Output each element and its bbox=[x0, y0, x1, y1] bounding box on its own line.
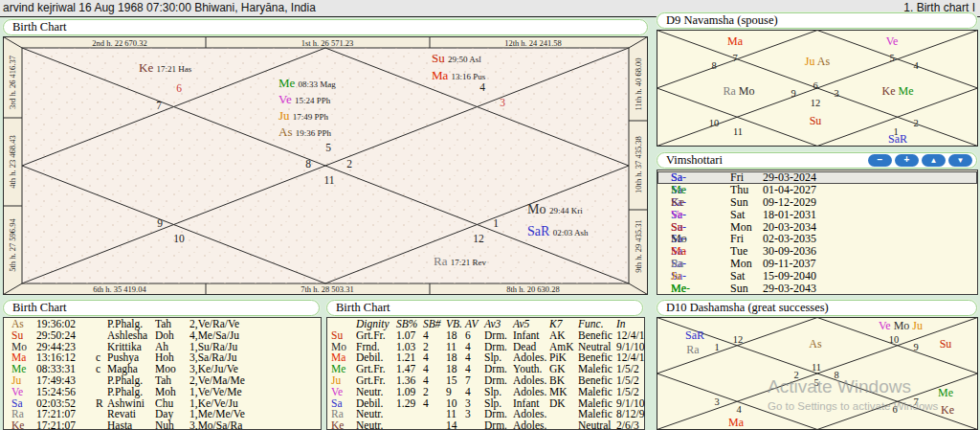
house-number: 4 bbox=[736, 404, 742, 415]
dasha-row[interactable]: Me-MeSun29-03-2043 bbox=[657, 283, 977, 295]
birth-chart-title: Birth Chart bbox=[3, 19, 648, 35]
dasha-date: 18-01-2031 bbox=[763, 209, 816, 221]
dasha-row[interactable]: Sa-RaMon09-11-2037 bbox=[657, 258, 977, 270]
planet-label: Ju As bbox=[805, 55, 831, 68]
vimshottari-dasha-table[interactable]: Sa-SaFri29-03-2024Sa-MeThu01-04-2027Sa-K… bbox=[657, 170, 978, 295]
planet-row: Su29:50:24AshleshaDoh4,Me/Sa/Ju bbox=[4, 330, 321, 342]
dignity: Grt.Fr. bbox=[356, 375, 386, 387]
longitude: 17:21:07 bbox=[36, 420, 76, 430]
cusp-label: 8th h. 20 630.28 bbox=[506, 284, 560, 294]
dasha-date: 01-04-2027 bbox=[763, 184, 816, 196]
av3: Slp. bbox=[484, 387, 501, 398]
in: 1/5/2 bbox=[616, 387, 639, 398]
house-number: 8 bbox=[711, 60, 716, 71]
nakshatra: Hasta bbox=[107, 420, 132, 430]
house-lords: 4,Me/Sa/Ju bbox=[189, 330, 239, 342]
planet-code: Ke bbox=[331, 420, 344, 430]
cusp-label: 11th h. 40 68.00 bbox=[634, 57, 643, 110]
planet-label: Ke bbox=[941, 403, 954, 417]
cusp-label: 9th h. 29 435.31 bbox=[634, 219, 643, 273]
house-number: 8 bbox=[834, 370, 838, 380]
av5: Adoles. bbox=[513, 387, 546, 398]
dasha-row[interactable]: Sa-MeThu01-04-2027 bbox=[657, 184, 977, 196]
house-number: 2 bbox=[793, 370, 798, 380]
planet-label: Ke Me bbox=[882, 84, 914, 98]
dasha-row[interactable]: Sa-SuMon20-03-2034 bbox=[657, 221, 977, 234]
house-lords: 2,Ve/Ma/Me bbox=[189, 375, 245, 387]
functional-nature: Malefic bbox=[578, 387, 612, 398]
k7: DK bbox=[549, 398, 566, 410]
dignity: Grt.Fr. bbox=[356, 330, 386, 342]
planet-label: SaR bbox=[685, 328, 704, 342]
cusp-label: 12th h. 24 241.58 bbox=[504, 38, 562, 48]
house-number: 10 bbox=[709, 118, 720, 128]
vb: 15 bbox=[446, 375, 457, 387]
sb-pct: 1.36 bbox=[396, 375, 415, 387]
dasha-row[interactable]: Sa-JuSat15-09-2040 bbox=[657, 270, 977, 283]
cusp-label: 1st h. 26 571.23 bbox=[301, 38, 354, 48]
birth-chart-north-indian[interactable]: 2nd h. 22 670.321st h. 26 571.2312th h. … bbox=[3, 36, 648, 295]
house-number: 10 bbox=[889, 334, 900, 345]
dasha-date: 29-03-2043 bbox=[763, 283, 816, 295]
planet-code: Ju bbox=[11, 375, 21, 387]
house-number: 12 bbox=[733, 334, 744, 345]
d9-navamsha-chart[interactable]: MaVeJu AsRa MoKe MeSuSaR785469312101112 bbox=[657, 30, 978, 147]
cusp-label: 4th h. 23 468.43 bbox=[8, 135, 17, 189]
cusp-label: 2nd h. 22 670.32 bbox=[92, 38, 146, 48]
house-number: 2 bbox=[346, 158, 352, 170]
house-number: 5 bbox=[325, 142, 331, 153]
av: 7 bbox=[465, 375, 471, 387]
flag: c bbox=[96, 364, 100, 375]
dasha-weekday: Fri bbox=[730, 171, 744, 184]
planet-label: Ra bbox=[686, 343, 700, 356]
planet-row: Ke17:21:07HastaNuh3,Mo/Sa/Ra bbox=[4, 420, 321, 430]
planet-label: Ra Mo bbox=[723, 84, 754, 98]
dasha-row[interactable]: Sa-VeSat18-01-2031 bbox=[657, 209, 977, 221]
longitude: 17:49:43 bbox=[36, 375, 76, 387]
minus-button[interactable]: − bbox=[868, 154, 892, 167]
vb: 9 bbox=[446, 387, 452, 398]
house-number: 3 bbox=[834, 88, 838, 99]
longitude: 15:24:56 bbox=[36, 387, 76, 398]
av: 4 bbox=[465, 387, 471, 398]
planet-label: Ma bbox=[728, 416, 745, 429]
up-button[interactable]: ▲ bbox=[922, 154, 946, 167]
house-number: 3 bbox=[714, 396, 719, 407]
house-lords: 1,Ve/Ve/Me bbox=[189, 387, 242, 398]
plus-button[interactable]: + bbox=[895, 154, 919, 167]
syllable: Moh bbox=[155, 387, 176, 398]
house-number: 8 bbox=[305, 158, 311, 170]
dasha-weekday: Sat bbox=[730, 209, 745, 221]
planet-table-title: Birth Chart bbox=[3, 300, 320, 316]
planet-label: Me bbox=[938, 386, 953, 399]
dasha-row[interactable]: Sa-MaTue30-09-2036 bbox=[657, 245, 977, 258]
cusp-label: 5th h. 27 596.94 bbox=[8, 218, 17, 272]
in: 2/6/3 bbox=[616, 420, 639, 430]
nakshatra: P.Phalg. bbox=[107, 387, 143, 398]
syllable: Doh bbox=[155, 330, 174, 342]
planet-label: Su bbox=[940, 337, 952, 351]
dasha-row[interactable]: Sa-SaFri29-03-2024 bbox=[657, 171, 977, 184]
cusp-label: 6th h. 35 419.04 bbox=[93, 284, 146, 294]
house-number: 4 bbox=[479, 81, 485, 93]
dasha-row[interactable]: Sa-MoFri02-03-2035 bbox=[657, 233, 977, 245]
house-number: 1 bbox=[714, 342, 719, 352]
in: 12/4/1 bbox=[616, 330, 644, 342]
functional-nature: Neutral bbox=[578, 420, 611, 430]
cusp-label: 10th h. 37 435.38 bbox=[634, 136, 643, 193]
syllable: Nuh bbox=[155, 420, 174, 430]
sb-pct: 1.09 bbox=[396, 387, 415, 398]
planet-positions-table: As19:36:02P.Phalg.Tah2,Ve/Ra/VeSu29:50:2… bbox=[3, 317, 322, 430]
house-number: 11 bbox=[323, 174, 334, 186]
house-number: 12 bbox=[473, 233, 484, 244]
dasha-row[interactable]: Sa-KeSun09-12-2029 bbox=[657, 196, 977, 209]
functional-nature: Benefic bbox=[578, 330, 612, 342]
d10-dashamsha-chart[interactable]: SaRRaAsVe Mo JuSuMeKeMa112109112853467 bbox=[657, 317, 978, 430]
d10-title: D10 Dashamsha (great successes) bbox=[657, 300, 977, 316]
down-button[interactable]: ▼ bbox=[948, 154, 972, 167]
d9-title: D9 Navamsha (spouse) bbox=[657, 12, 977, 29]
planet-label: Ve Mo Ju bbox=[879, 319, 923, 332]
nakshatra: Ashlesha bbox=[107, 330, 147, 342]
planet-code: Ju bbox=[331, 375, 341, 387]
house-number: 2 bbox=[913, 118, 918, 128]
